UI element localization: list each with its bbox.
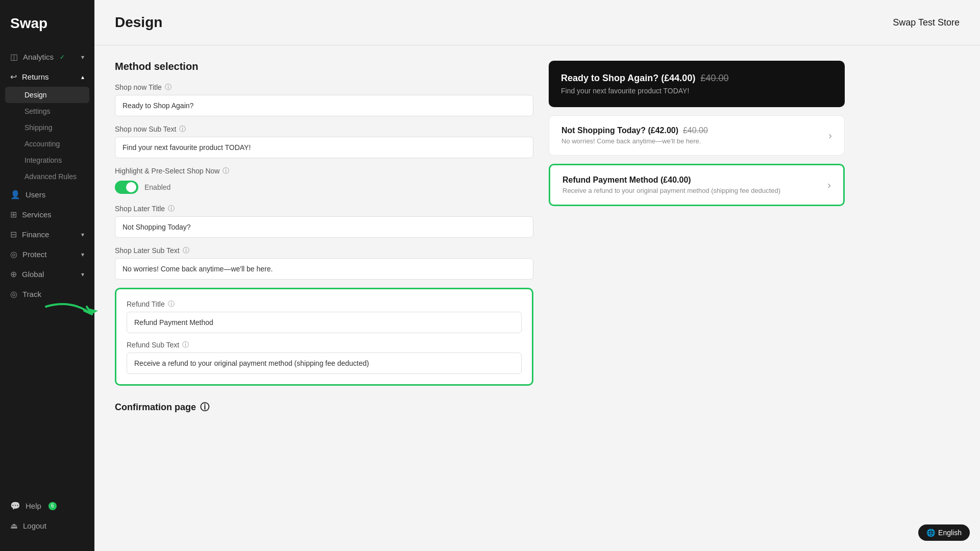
sidebar-sub-settings[interactable]: Settings	[0, 103, 94, 119]
info-icon[interactable]: ⓘ	[165, 83, 172, 92]
global-icon: ⊕	[10, 269, 17, 279]
shop-later-preview-card[interactable]: Not Shopping Today? (£42.00) £40.00 No w…	[549, 115, 845, 156]
sidebar-sub-label: Accounting	[24, 140, 60, 148]
sidebar-item-label: Services	[22, 210, 52, 219]
sidebar-sub-label: Design	[24, 91, 47, 99]
sidebar-item-finance[interactable]: ⊟ Finance ▾	[0, 224, 94, 244]
sidebar-item-label: Track	[22, 290, 41, 298]
info-icon[interactable]: ⓘ	[182, 340, 189, 349]
chevron-down-icon: ▾	[81, 271, 84, 278]
protect-icon: ◎	[10, 249, 17, 259]
sidebar-sub-label: Settings	[24, 107, 51, 115]
sidebar-sub-shipping[interactable]: Shipping	[0, 119, 94, 136]
sidebar-item-analytics[interactable]: ◫ Analytics ✓ ▾	[0, 47, 94, 67]
refund-preview-card[interactable]: Refund Payment Method (£40.00) Receive a…	[549, 164, 845, 206]
shop-later-title-input[interactable]	[115, 216, 533, 238]
logout-icon: ⏏	[10, 521, 18, 531]
info-icon[interactable]: ⓘ	[168, 299, 175, 309]
sidebar-item-label: Returns	[22, 72, 49, 81]
refund-section: Refund Title ⓘ Refund Sub Text ⓘ	[115, 288, 533, 386]
highlight-toggle[interactable]	[115, 181, 138, 194]
refund-card-content: Refund Payment Method (£40.00) Receive a…	[562, 176, 780, 194]
help-badge: 6	[48, 502, 57, 510]
chevron-down-icon: ▾	[81, 251, 84, 258]
sidebar-item-label: Analytics	[23, 53, 54, 61]
shop-later-card-title: Not Shopping Today? (£42.00) £40.00	[561, 126, 708, 135]
analytics-check: ✓	[60, 54, 65, 61]
highlight-toggle-row: Enabled	[115, 181, 533, 194]
sidebar-item-label: Finance	[22, 230, 49, 239]
info-icon[interactable]: ⓘ	[168, 204, 175, 213]
main-content: Design Swap Test Store Method selection …	[94, 0, 980, 551]
sidebar: Swap ◫ Analytics ✓ ▾ ↩ Returns ▴ Design …	[0, 0, 94, 551]
store-name: Swap Test Store	[893, 17, 960, 28]
chevron-up-icon: ▴	[81, 73, 84, 81]
refund-subtext-group: Refund Sub Text ⓘ	[127, 340, 522, 374]
help-icon: 💬	[10, 501, 20, 511]
sidebar-sub-design[interactable]: Design	[5, 87, 89, 103]
shop-later-subtext-group: Shop Later Sub Text ⓘ	[115, 246, 533, 280]
app-logo: Swap	[0, 10, 94, 47]
info-icon[interactable]: ⓘ	[200, 401, 209, 413]
shop-later-title-label: Shop Later Title ⓘ	[115, 204, 533, 213]
sidebar-bottom: 💬 Help 6 ⏏ Logout	[0, 491, 94, 541]
sidebar-item-returns[interactable]: ↩ Returns ▴	[0, 67, 94, 87]
info-icon[interactable]: ⓘ	[179, 124, 186, 134]
highlight-label: Highlight & Pre-Select Shop Now ⓘ	[115, 166, 533, 176]
sidebar-item-label: Help	[26, 502, 41, 510]
shop-later-subtext-label: Shop Later Sub Text ⓘ	[115, 246, 533, 255]
content-area: Method selection Shop now Title ⓘ Shop n…	[94, 45, 980, 551]
shop-later-strikethrough: £40.00	[683, 126, 708, 135]
users-icon: 👤	[10, 190, 20, 199]
sidebar-item-help[interactable]: 💬 Help 6	[0, 496, 94, 516]
right-panel: Ready to Shop Again? (£44.00) £40.00 Fin…	[549, 61, 845, 536]
returns-icon: ↩	[10, 72, 17, 82]
sidebar-item-protect[interactable]: ◎ Protect ▾	[0, 244, 94, 264]
shop-later-card-content: Not Shopping Today? (£42.00) £40.00 No w…	[561, 126, 708, 145]
shop-later-subtext-input[interactable]	[115, 258, 533, 280]
shop-now-title-label: Shop now Title ⓘ	[115, 83, 533, 92]
shop-now-card-title: Ready to Shop Again? (£44.00) £40.00	[561, 73, 832, 84]
finance-icon: ⊟	[10, 230, 17, 239]
sidebar-sub-integrations[interactable]: Integrations	[0, 152, 94, 168]
sidebar-item-users[interactable]: 👤 Users	[0, 185, 94, 205]
refund-subtext-input[interactable]	[127, 353, 522, 374]
sidebar-item-label: Global	[22, 270, 44, 279]
green-arrow-decoration	[41, 296, 102, 327]
services-icon: ⊞	[10, 210, 17, 219]
toggle-label: Enabled	[144, 183, 170, 191]
chevron-down-icon: ▾	[81, 231, 84, 238]
globe-icon: 🌐	[926, 529, 935, 537]
shop-now-subtext-input[interactable]	[115, 137, 533, 158]
shop-now-title-group: Shop now Title ⓘ	[115, 83, 533, 116]
sidebar-sub-advanced-rules[interactable]: Advanced Rules	[0, 168, 94, 185]
sidebar-sub-label: Advanced Rules	[24, 172, 77, 181]
sidebar-sub-accounting[interactable]: Accounting	[0, 136, 94, 152]
sidebar-item-global[interactable]: ⊕ Global ▾	[0, 264, 94, 284]
chevron-right-icon: ›	[827, 179, 831, 191]
left-panel: Method selection Shop now Title ⓘ Shop n…	[115, 61, 533, 536]
sidebar-sub-label: Integrations	[24, 156, 62, 164]
sidebar-item-label: Logout	[23, 521, 46, 530]
info-icon[interactable]: ⓘ	[223, 166, 229, 176]
sidebar-item-services[interactable]: ⊞ Services	[0, 205, 94, 224]
refund-title-label: Refund Title ⓘ	[127, 299, 522, 309]
shop-now-preview-card: Ready to Shop Again? (£44.00) £40.00 Fin…	[549, 61, 845, 107]
confirmation-title: Confirmation page ⓘ	[115, 401, 533, 413]
sidebar-item-logout[interactable]: ⏏ Logout	[0, 516, 94, 536]
shop-now-subtext-group: Shop now Sub Text ⓘ	[115, 124, 533, 158]
refund-subtext-label: Refund Sub Text ⓘ	[127, 340, 522, 349]
shop-later-card-subtitle: No worries! Come back anytime—we'll be h…	[561, 137, 708, 145]
info-icon[interactable]: ⓘ	[183, 246, 189, 255]
sidebar-item-label: Users	[26, 190, 45, 199]
refund-title-input[interactable]	[127, 312, 522, 333]
shop-now-subtext-label: Shop now Sub Text ⓘ	[115, 124, 533, 134]
chevron-down-icon: ▾	[81, 54, 84, 61]
shop-now-strikethrough: £40.00	[700, 73, 728, 83]
shop-now-card-subtitle: Find your next favourite product TODAY!	[561, 87, 832, 95]
page-title: Design	[115, 14, 162, 31]
analytics-icon: ◫	[10, 52, 18, 62]
refund-card-title: Refund Payment Method (£40.00)	[562, 176, 780, 185]
shop-now-title-input[interactable]	[115, 95, 533, 116]
language-selector[interactable]: 🌐 English	[918, 524, 970, 541]
